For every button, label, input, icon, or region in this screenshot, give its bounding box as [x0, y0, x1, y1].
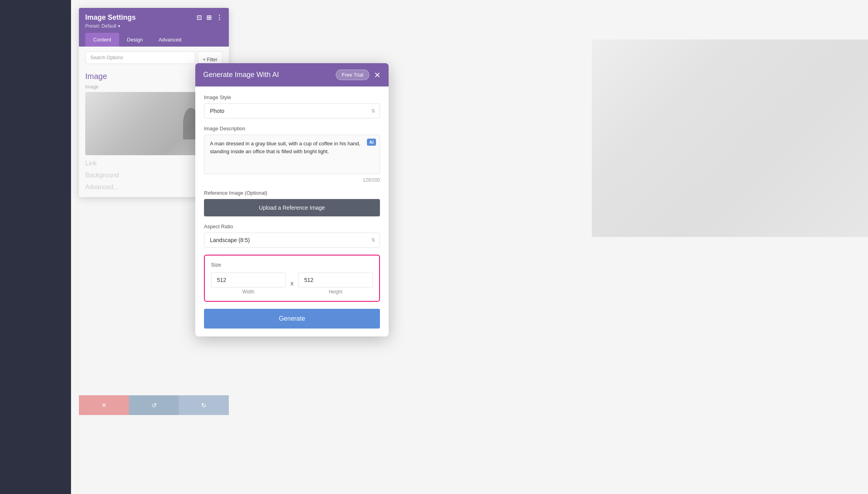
tab-design[interactable]: Design — [119, 33, 151, 47]
image-description-label: Image Description — [204, 126, 380, 131]
ai-modal: Generate Image With AI Free Trial ✕ Imag… — [195, 63, 389, 336]
search-options-input[interactable]: Search Options — [85, 51, 195, 64]
columns-icon[interactable]: ⊞ — [206, 14, 211, 21]
image-description-field: Image Description A man dressed in a gra… — [204, 126, 380, 183]
reference-image-field: Reference Image (Optional) Upload a Refe… — [204, 190, 380, 216]
redo-icon: ↻ — [201, 402, 206, 409]
image-description-textarea[interactable]: A man dressed in a gray blue suit, with … — [204, 135, 380, 174]
bottom-toolbar: ✕ ↺ ↻ — [79, 395, 229, 415]
ai-modal-body: Image Style Photo Illustration Digital A… — [195, 86, 389, 336]
settings-panel-title: Image Settings — [85, 13, 136, 22]
width-label: Width — [242, 289, 254, 295]
settings-title-row: Image Settings ⊡ ⊞ ⋮ — [85, 13, 223, 22]
undo-icon: ↺ — [152, 402, 157, 409]
ai-modal-close-button[interactable]: ✕ — [374, 71, 381, 79]
image-style-select-wrapper: Photo Illustration Digital Art Sketch Oi… — [204, 103, 380, 118]
image-description-wrapper: A man dressed in a gray blue suit, with … — [204, 135, 380, 176]
background-sidebar — [0, 0, 71, 494]
aspect-ratio-select-wrapper: Landscape (8:5) Portrait (5:8) Square (1… — [204, 233, 380, 248]
size-section: Size Width x Height — [204, 255, 380, 302]
image-style-field: Image Style Photo Illustration Digital A… — [204, 94, 380, 118]
size-separator: x — [290, 280, 294, 287]
close-icon: ✕ — [101, 402, 107, 409]
expand-icon[interactable]: ⊡ — [196, 14, 202, 21]
ai-icon-badge: AI — [367, 139, 376, 146]
size-label: Size — [211, 262, 373, 268]
tab-advanced[interactable]: Advanced — [151, 33, 189, 47]
height-input[interactable] — [298, 272, 373, 287]
ai-modal-title: Generate Image With AI — [203, 71, 279, 79]
ai-modal-header: Generate Image With AI Free Trial ✕ — [195, 63, 389, 86]
close-toolbar-button[interactable]: ✕ — [79, 395, 129, 415]
preset-label[interactable]: Preset: Default ▾ — [85, 23, 223, 33]
char-count: 128/200 — [204, 177, 380, 183]
tab-content[interactable]: Content — [85, 33, 119, 47]
upload-reference-button[interactable]: Upload a Reference Image — [204, 199, 380, 216]
background-image-area — [592, 39, 868, 237]
height-label: Height — [329, 289, 342, 295]
settings-title-icons: ⊡ ⊞ ⋮ — [196, 14, 223, 21]
undo-button[interactable]: ↺ — [129, 395, 179, 415]
more-icon[interactable]: ⋮ — [216, 14, 223, 21]
generate-button[interactable]: Generate — [204, 309, 380, 329]
reference-image-label: Reference Image (Optional) — [204, 190, 380, 196]
aspect-ratio-field: Aspect Ratio Landscape (8:5) Portrait (5… — [204, 224, 380, 248]
height-input-group: Height — [298, 272, 373, 295]
image-style-label: Image Style — [204, 94, 380, 100]
settings-tabs: Content Design Advanced — [85, 33, 223, 47]
size-inputs: Width x Height — [211, 272, 373, 295]
aspect-ratio-label: Aspect Ratio — [204, 224, 380, 229]
width-input[interactable] — [211, 272, 286, 287]
settings-header: Image Settings ⊡ ⊞ ⋮ Preset: Default ▾ C… — [79, 8, 229, 47]
aspect-ratio-select[interactable]: Landscape (8:5) Portrait (5:8) Square (1… — [204, 233, 380, 248]
image-style-select[interactable]: Photo Illustration Digital Art Sketch Oi… — [204, 103, 380, 118]
width-input-group: Width — [211, 272, 286, 295]
redo-button[interactable]: ↻ — [179, 395, 229, 415]
ai-modal-header-right: Free Trial ✕ — [336, 69, 381, 80]
free-trial-badge[interactable]: Free Trial — [336, 69, 369, 80]
